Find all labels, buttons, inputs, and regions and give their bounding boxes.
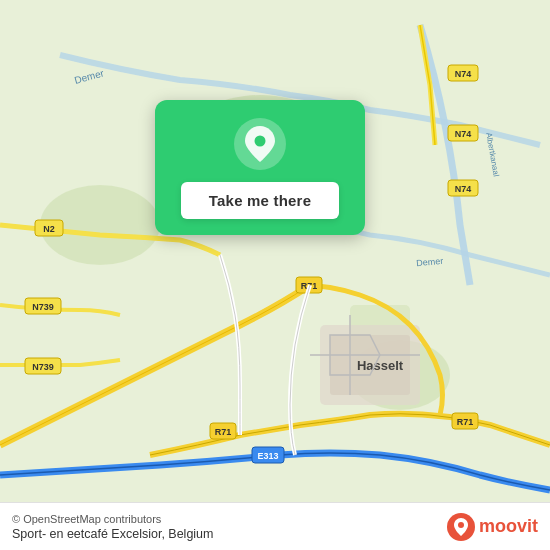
svg-text:N739: N739 <box>32 362 54 372</box>
svg-text:R71: R71 <box>457 417 474 427</box>
svg-text:N74: N74 <box>455 69 472 79</box>
location-card: Take me there <box>155 100 365 235</box>
location-icon-wrapper <box>234 118 286 170</box>
moovit-text: moovit <box>479 516 538 537</box>
map-container: N74 N74 N74 N2 N739 N739 R71 R71 R71 <box>0 0 550 550</box>
svg-point-34 <box>458 522 464 528</box>
svg-text:N2: N2 <box>43 224 55 234</box>
moovit-logo: moovit <box>447 513 538 541</box>
svg-text:Hasselt: Hasselt <box>357 358 404 373</box>
svg-text:N74: N74 <box>455 184 472 194</box>
place-label: Sport- en eetcafé Excelsior, Belgium <box>12 527 214 541</box>
take-me-there-button[interactable]: Take me there <box>181 182 339 219</box>
location-pin-icon <box>245 126 275 162</box>
svg-text:E313: E313 <box>257 451 278 461</box>
svg-text:N739: N739 <box>32 302 54 312</box>
attribution-text: © OpenStreetMap contributors <box>12 513 214 525</box>
svg-point-32 <box>255 136 266 147</box>
map-svg: N74 N74 N74 N2 N739 N739 R71 R71 R71 <box>0 0 550 550</box>
bottom-bar: © OpenStreetMap contributors Sport- en e… <box>0 502 550 550</box>
svg-text:R71: R71 <box>215 427 232 437</box>
svg-text:N74: N74 <box>455 129 472 139</box>
moovit-icon <box>447 513 475 541</box>
